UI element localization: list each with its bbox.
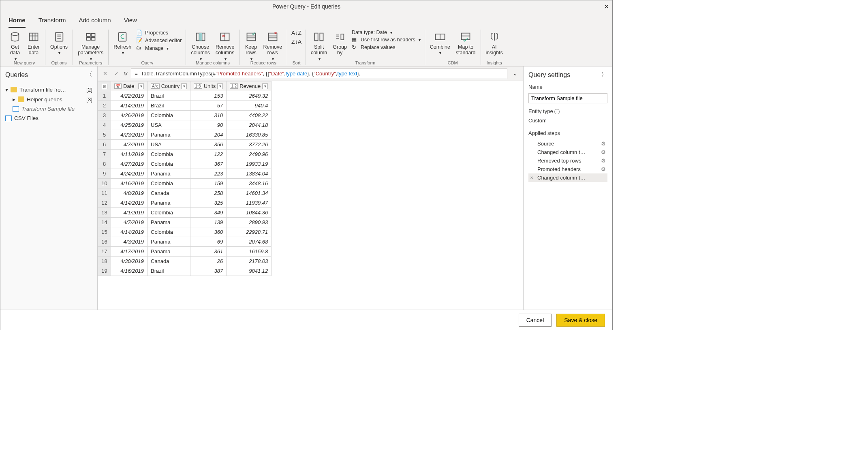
applied-step[interactable]: Changed column t…⚙ [528,148,607,156]
table-row[interactable]: 4 4/25/2019 USA 90 2044.18 [98,120,272,130]
cell-country[interactable]: Colombia [148,208,190,218]
keep-rows-button[interactable]: Keep rows▾ [244,30,259,62]
cell-revenue[interactable]: 22928.71 [227,227,272,237]
cell-units[interactable]: 57 [190,101,227,111]
cell-revenue[interactable]: 14601.34 [227,188,272,198]
cell-date[interactable]: 4/23/2019 [111,130,148,140]
column-header-date[interactable]: 📅Date▾ [111,81,148,91]
row-number[interactable]: 17 [98,247,111,257]
table-row[interactable]: 13 4/1/2019 Colombia 349 10844.36 [98,208,272,218]
cell-units[interactable]: 90 [190,120,227,130]
applied-step[interactable]: Source⚙ [528,139,607,148]
cell-units[interactable]: 258 [190,188,227,198]
info-icon[interactable]: i [554,109,559,114]
refresh-button[interactable]: Refresh▾ [113,30,132,56]
gear-icon[interactable]: ⚙ [601,166,606,172]
table-row[interactable]: 3 4/26/2019 Colombia 310 4408.22 [98,111,272,120]
cell-country[interactable]: Colombia [148,111,190,120]
cell-country[interactable]: Brazil [148,266,190,276]
cell-date[interactable]: 4/26/2019 [111,111,148,120]
query-folder-helper[interactable]: ▸ Helper queries [3] [3,94,95,104]
cell-country[interactable]: Canada [148,188,190,198]
cell-revenue[interactable]: 4408.22 [227,111,272,120]
cell-revenue[interactable]: 2649.32 [227,91,272,101]
cell-country[interactable]: Colombia [148,179,190,188]
cell-units[interactable]: 159 [190,179,227,188]
table-row[interactable]: 15 4/14/2019 Colombia 360 22928.71 [98,227,272,237]
row-number[interactable]: 7 [98,150,111,159]
cell-country[interactable]: Colombia [148,159,190,169]
row-number[interactable]: 2 [98,101,111,111]
cell-units[interactable]: 223 [190,169,227,179]
advanced-editor-button[interactable]: 📝Advanced editor [136,37,182,44]
cell-units[interactable]: 325 [190,198,227,208]
table-row[interactable]: 5 4/23/2019 Panama 204 16330.85 [98,130,272,140]
cell-revenue[interactable]: 19933.19 [227,159,272,169]
gear-icon[interactable]: ⚙ [601,141,606,147]
cell-units[interactable]: 361 [190,247,227,257]
cell-units[interactable]: 204 [190,130,227,140]
choose-columns-button[interactable]: Choose columns▾ [190,30,211,62]
table-row[interactable]: 17 4/17/2019 Panama 361 16159.8 [98,247,272,257]
column-header-revenue[interactable]: 1.2Revenue▾ [227,81,272,91]
cell-date[interactable]: 4/7/2019 [111,140,148,150]
cell-date[interactable]: 4/1/2019 [111,208,148,218]
cell-country[interactable]: Panama [148,237,190,247]
get-data-button[interactable]: Get data▾ [8,30,22,62]
table-row[interactable]: 2 4/14/2019 Brazil 57 940.4 [98,101,272,111]
table-row[interactable]: 12 4/14/2019 Panama 325 11939.47 [98,198,272,208]
table-row[interactable]: 19 4/16/2019 Brazil 387 9041.12 [98,266,272,276]
cell-country[interactable]: Panama [148,247,190,257]
cancel-formula-icon[interactable]: ✕ [101,71,109,77]
tab-home[interactable]: Home [9,15,26,28]
cell-country[interactable]: Colombia [148,227,190,237]
applied-step[interactable]: Promoted headers⚙ [528,165,607,173]
ai-insights-button[interactable]: AI insights [485,30,504,57]
cell-revenue[interactable]: 2490.96 [227,150,272,159]
corner-cell[interactable]: ⊞ [98,81,111,91]
cell-units[interactable]: 26 [190,257,227,266]
tab-transform[interactable]: Transform [38,15,66,28]
save-close-button[interactable]: Save & close [556,314,605,327]
query-name-input[interactable] [528,93,607,103]
expand-formula-icon[interactable]: ⌄ [511,71,520,77]
row-number[interactable]: 15 [98,227,111,237]
cell-units[interactable]: 139 [190,218,227,227]
collapse-queries-icon[interactable]: 〈 [86,71,92,79]
cell-date[interactable]: 4/14/2019 [111,198,148,208]
table-row[interactable]: 6 4/7/2019 USA 356 3772.26 [98,140,272,150]
cell-revenue[interactable]: 940.4 [227,101,272,111]
cell-units[interactable]: 69 [190,237,227,247]
cell-country[interactable]: Brazil [148,101,190,111]
cell-country[interactable]: Panama [148,130,190,140]
filter-icon[interactable]: ▾ [138,83,144,89]
table-row[interactable]: 9 4/24/2019 Panama 223 13834.04 [98,169,272,179]
cell-revenue[interactable]: 13834.04 [227,169,272,179]
options-button[interactable]: Options▾ [49,30,68,56]
row-number[interactable]: 13 [98,208,111,218]
cell-revenue[interactable]: 3448.16 [227,179,272,188]
row-number[interactable]: 10 [98,179,111,188]
row-number[interactable]: 4 [98,120,111,130]
row-number[interactable]: 18 [98,257,111,266]
cell-date[interactable]: 4/11/2019 [111,150,148,159]
row-number[interactable]: 9 [98,169,111,179]
sort-desc-button[interactable]: Z↓A [291,38,301,45]
row-number[interactable]: 14 [98,218,111,227]
cell-revenue[interactable]: 11939.47 [227,198,272,208]
table-row[interactable]: 8 4/27/2019 Colombia 367 19933.19 [98,159,272,169]
replace-values-button[interactable]: ↻Replace values [352,44,421,51]
row-number[interactable]: 8 [98,159,111,169]
cell-date[interactable]: 4/16/2019 [111,179,148,188]
gear-icon[interactable]: ⚙ [601,149,606,155]
remove-columns-button[interactable]: Remove columns▾ [215,30,235,62]
cell-date[interactable]: 4/3/2019 [111,237,148,247]
group-by-button[interactable]: Group by [332,30,348,57]
cell-units[interactable]: 356 [190,140,227,150]
tab-view[interactable]: View [124,15,137,28]
row-number[interactable]: 5 [98,130,111,140]
cell-revenue[interactable]: 9041.12 [227,266,272,276]
table-row[interactable]: 10 4/16/2019 Colombia 159 3448.16 [98,179,272,188]
query-transform-sample-file[interactable]: Transform Sample file [3,104,95,113]
properties-button[interactable]: 📄Properties [136,30,182,36]
